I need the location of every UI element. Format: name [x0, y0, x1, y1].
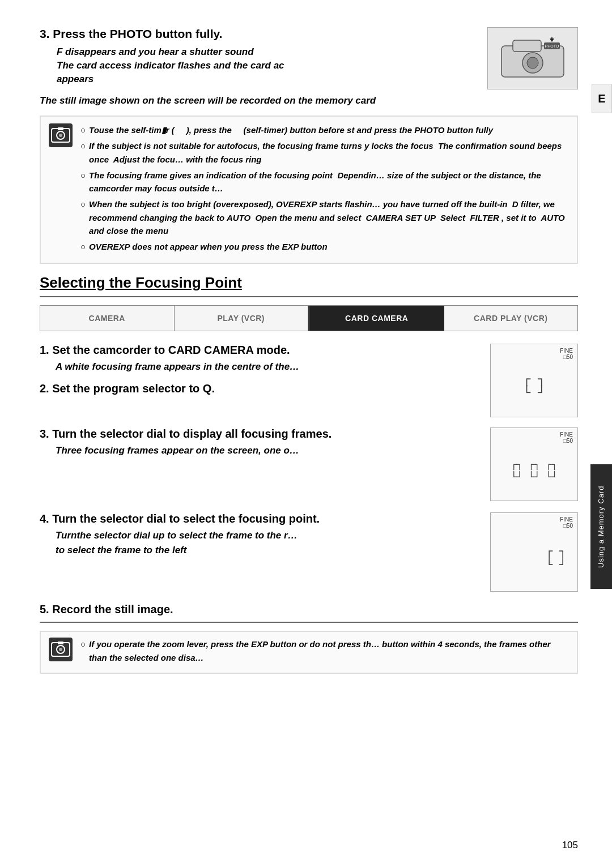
note-item-5: ○ OVEREXP does not appear when you press…	[80, 240, 569, 253]
focusing-point-section: Selecting the Focusing Point	[40, 274, 578, 297]
step1-illustration: FINE□50 ┌ ┐└ ┘	[490, 344, 578, 417]
svg-point-3	[527, 57, 538, 69]
frame-corners-4: ┌ ┐└ ┘	[546, 544, 566, 571]
note-item-3: ○ The focusing frame gives an indication…	[80, 169, 569, 195]
step5-header: 5. Record the still image.	[40, 603, 578, 616]
step4-illustration: FINE□50 ┌ ┐└ ┘	[490, 512, 578, 592]
note-icon-bottom	[49, 638, 73, 661]
frame-corners-1: ┌ ┐└ ┘	[523, 373, 546, 400]
step1-block: 1. Set the camcorder to CARD CAMERA mode…	[40, 344, 578, 417]
note-content-bottom: ○ If you operate the zoom lever, press t…	[80, 638, 569, 667]
step3-illustration: FINE□50 ┌┐ ┌┐ ┌┐└┘ └┘ └┘	[490, 427, 578, 501]
e-tab: E	[592, 84, 612, 113]
fine-label-1: FINE□50	[560, 348, 573, 360]
step5-block: 5. Record the still image.	[40, 603, 578, 623]
side-tab-label: Using a Memory Card	[597, 485, 606, 567]
svg-rect-15	[58, 642, 63, 644]
tab-camera[interactable]: CAMERA	[40, 306, 175, 331]
step3-header: 3. Turn the selector dial to display all…	[40, 427, 479, 441]
step4-header: 4. Turn the selector dial to select the …	[40, 512, 479, 525]
step3-sub: Three focusing frames appear on the scre…	[56, 443, 479, 458]
three-frames: ┌┐ ┌┐ ┌┐└┘ └┘ └┘	[511, 458, 558, 483]
svg-rect-1	[513, 40, 541, 52]
focusing-point-title: Selecting the Focusing Point	[40, 274, 578, 292]
tab-bar: CAMERA PLAY (VCR) CARD CAMERA CARD PLAY …	[40, 305, 578, 331]
fine-label-4: FINE□50	[560, 516, 573, 529]
frame-area-4: ┌ ┐└ ┘	[495, 529, 573, 587]
note-box-top: ○ Touse the self-tim▮r ( ), press the (s…	[40, 116, 578, 264]
step1-header: 1. Set the camcorder to CARD CAMERA mode…	[40, 344, 479, 357]
tab-card-camera[interactable]: CARD CAMERA	[310, 306, 444, 331]
svg-point-10	[59, 134, 62, 137]
step3-content: 3. Turn the selector dial to display all…	[40, 427, 479, 458]
svg-point-14	[59, 648, 62, 651]
divider-bottom	[40, 622, 578, 623]
page-number: 105	[562, 840, 578, 851]
side-tab: Using a Memory Card	[590, 464, 612, 589]
step4-block: 4. Turn the selector dial to select the …	[40, 512, 578, 592]
note-box-bottom: ○ If you operate the zoom lever, press t…	[40, 631, 578, 674]
step4-sub: Turnthe selector dial up to select the f…	[56, 528, 479, 557]
note-item-4: ○ When the subject is too bright (overex…	[80, 198, 569, 237]
svg-text:PHOTO: PHOTO	[545, 44, 559, 48]
three-frames-area: ┌┐ ┌┐ ┌┐└┘ └┘ └┘	[495, 444, 573, 497]
svg-marker-7	[550, 39, 554, 42]
note-item-2: ○ If the subject is not suitable for aut…	[80, 139, 569, 166]
note-content-top: ○ Touse the self-tim▮r ( ), press the (s…	[80, 123, 569, 256]
fine-label-3: FINE□50	[495, 431, 573, 444]
tab-card-play-vcr[interactable]: CARD PLAY (VCR)	[444, 306, 578, 331]
step4-content: 4. Turn the selector dial to select the …	[40, 512, 479, 557]
step3-block: 3. Turn the selector dial to display all…	[40, 427, 578, 501]
divider	[40, 296, 578, 297]
svg-rect-11	[58, 127, 63, 130]
step3-with-image: 3. Turn the selector dial to display all…	[40, 427, 578, 501]
bottom-note-item-1: ○ If you operate the zoom lever, press t…	[80, 638, 569, 664]
frame-area-1: ┌ ┐└ ┘	[495, 360, 573, 412]
page-container: E Using a Memory Card PHOTO 3. Press	[0, 0, 612, 868]
e-tab-label: E	[598, 92, 605, 105]
note-icon	[49, 123, 73, 147]
step2-header: 2. Set the program selector to Q.	[40, 382, 479, 395]
still-note: The still image shown on the screen will…	[40, 95, 578, 106]
photo-button-image: PHOTO	[487, 27, 578, 89]
step1-content: 1. Set the camcorder to CARD CAMERA mode…	[40, 344, 479, 398]
section3-header-block: PHOTO 3. Press the PHOTO button fully. F…	[40, 27, 578, 106]
note-item-1: ○ Touse the self-tim▮r ( ), press the (s…	[80, 123, 569, 136]
tab-play-vcr[interactable]: PLAY (VCR)	[175, 306, 309, 331]
step1-sub: A white focusing frame appears in the ce…	[56, 360, 479, 374]
